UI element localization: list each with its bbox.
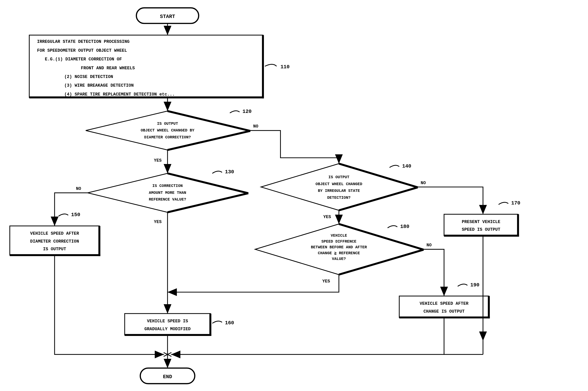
node-130: IS CORRECTION AMOUNT MORE THAN REFERENCE… (88, 173, 248, 212)
svg-rect-27 (399, 296, 489, 318)
ref-160: 160 (225, 320, 234, 326)
node-190: VEHICLE SPEED AFTER CHANGE IS OUTPUT (399, 296, 490, 318)
node-150: VEHICLE SPEED AFTER DIAMETER CORRECTION … (10, 226, 100, 256)
svg-marker-14 (261, 164, 417, 210)
flowchart: START IRREGULAR STATE DETECTION PROCESSI… (4, 4, 584, 390)
node-110-line7: (4) SPARE TIRE REPLACEMENT DETECTION etc… (64, 92, 175, 97)
node-170-line2: SPEED IS OUTPUT (462, 227, 500, 232)
node-150-line3: IS OUTPUT (43, 247, 66, 252)
ref-170: 170 (511, 200, 520, 206)
node-120: IS OUTPUT OBJECT WHEEL CHANGED BY DIAMET… (86, 111, 250, 150)
node-110-line4: FRONT AND REAR WHEELS (81, 66, 135, 71)
node-110-line3: E.G.(1) DIAMETER CORRECTION OF (45, 57, 122, 62)
node-180-line2: SPEED DIFFRENCE (321, 239, 357, 244)
start-label: START (160, 14, 175, 19)
node-110-line2: FOR SPEEDOMETER OUTPUT OBJECT WHEEL (37, 48, 127, 53)
node-160-line1: VEHICLE SPEED IS (147, 319, 188, 324)
node-180-line3: BETWEEN BEFORE AND AFTER (311, 245, 367, 249)
branch-130-yes: YES (154, 219, 162, 224)
end-label: END (163, 374, 172, 380)
node-140-line1: IS OUTPUT (328, 175, 350, 179)
node-110-line5: (2) NOISE DETECTION (64, 74, 113, 79)
branch-140-yes: YES (323, 214, 331, 219)
node-180-line5: VALUE? (332, 257, 346, 261)
branch-180-no: NO (427, 243, 432, 248)
node-120-line3: DIAMETER CORRECTION? (144, 135, 191, 140)
node-150-line1: VEHICLE SPEED AFTER (30, 231, 79, 236)
branch-180-yes: YES (322, 279, 330, 284)
ref-150: 150 (71, 212, 80, 218)
node-150-line2: DIAMETER CORRECTION (30, 239, 79, 244)
node-140-line4: DETECTION? (327, 196, 351, 200)
node-120-line1: IS OUTPUT (157, 122, 178, 126)
branch-120-no: NO (253, 124, 258, 129)
node-110-line1: IRREGULAR STATE DETECTION PROCESSING (37, 39, 130, 44)
ref-180: 180 (400, 224, 409, 230)
node-130-line1: IS CORRECTION (152, 184, 183, 188)
node-110-line6: (3) WIRE BREAKAGE DETECTION (64, 83, 134, 88)
node-140: IS OUTPUT OBJECT WHEEL CHANGED BY IRREGU… (261, 164, 418, 210)
node-170-line1: PRESENT VEHICLE (462, 219, 500, 224)
node-190-line1: VEHICLE SPEED AFTER (420, 301, 468, 306)
ref-110: 110 (281, 64, 290, 70)
end-terminator: END (140, 368, 195, 384)
node-180: VEHICLE SPEED DIFFRENCE BETWEEN BEFORE A… (255, 224, 424, 275)
ref-190: 190 (470, 282, 480, 288)
node-130-line3: REFERENCE VALUE? (149, 197, 186, 202)
node-160: VEHICLE SPEED IS GRADUALLY MODIFIED (125, 314, 211, 336)
node-130-line2: AMOUNT MORE THAN (149, 191, 186, 195)
node-180-line4: CHANGE ≧ REFERENCE (318, 251, 360, 255)
svg-rect-30 (125, 314, 210, 335)
node-120-line2: OBJECT WHEEL CHANGED BY (141, 128, 195, 133)
branch-130-no: NO (76, 186, 81, 191)
start-terminator: START (136, 8, 199, 23)
ref-120: 120 (243, 109, 252, 114)
branch-140-no: NO (421, 181, 426, 186)
node-110: IRREGULAR STATE DETECTION PROCESSING FOR… (29, 35, 264, 98)
branch-120-yes: YES (154, 158, 162, 163)
node-140-line3: BY IRREGULAR STATE (318, 189, 360, 193)
ref-130: 130 (225, 169, 234, 175)
node-190-line2: CHANGE IS OUTPUT (424, 309, 465, 314)
node-180-line1: VEHICLE (331, 233, 347, 238)
node-140-line2: OBJECT WHEEL CHANGED (316, 182, 362, 186)
svg-rect-24 (444, 214, 518, 236)
node-170: PRESENT VEHICLE SPEED IS OUTPUT (444, 214, 519, 236)
ref-140: 140 (402, 163, 411, 169)
node-160-line2: GRADUALLY MODIFIED (144, 327, 191, 332)
